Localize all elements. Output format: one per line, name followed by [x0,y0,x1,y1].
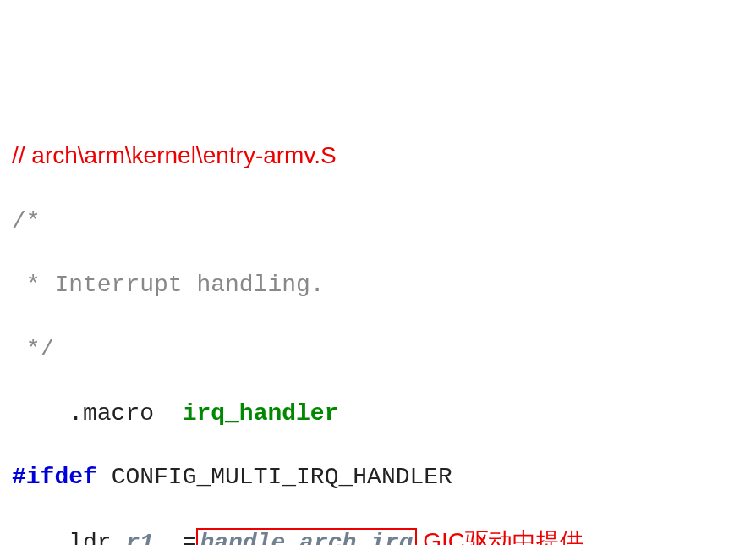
reg-r1: r1 [125,530,154,545]
ifdef-keyword: #ifdef [12,464,97,490]
macro-name: irq_handler [183,400,339,427]
handle-arch-irq-symbol: handle_arch_irq [200,530,413,545]
ifdef-condition: CONFIG_MULTI_IRQ_HANDLER [97,464,452,490]
block-comment-text: * Interrupt handling. [12,272,325,298]
macro-directive: .macro [12,400,183,427]
file-path-comment: // arch\arm\kernel\entry-armv.S [12,142,337,168]
annotation-gic: GIC驱动中提供 [417,528,584,545]
block-comment-close: */ [12,336,54,362]
ldr1-sep: , = [154,530,196,545]
ldr-instr-1: ldr [12,530,125,545]
block-comment-open: /* [12,208,41,234]
